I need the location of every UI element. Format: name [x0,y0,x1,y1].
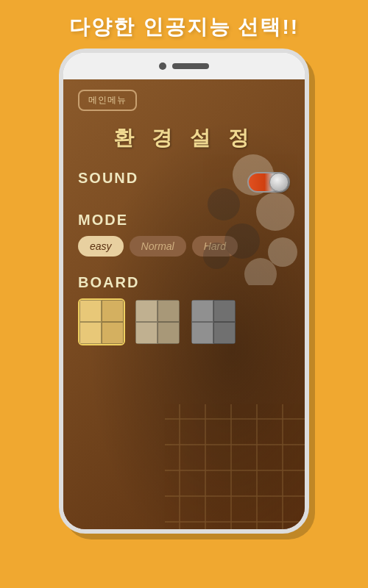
board-medium-option[interactable] [134,298,181,345]
board-warm-option[interactable] [78,298,125,345]
main-menu-button[interactable]: 메인메뉴 [78,90,137,111]
board-cell [102,322,124,344]
mode-section: MODE easy Normal Hard [78,212,290,257]
board-cell [135,322,158,344]
board-options-group [78,298,290,345]
camera-dot [159,62,166,70]
board-cell [213,300,236,322]
app-screen: 메인메뉴 환 경 설 정 SOUND MODE easy Normal Hard… [63,79,305,529]
board-cell [213,322,236,344]
top-banner-text: 다양한 인공지능 선택!! [0,0,368,49]
sound-section: SOUND [78,170,290,194]
mode-buttons-group: easy Normal Hard [78,236,290,257]
toggle-knob [269,173,289,192]
settings-title: 환 경 설 정 [78,124,290,152]
board-cell [79,322,102,344]
mode-label: MODE [78,212,290,229]
board-cell [158,322,180,344]
board-dark-option[interactable] [190,298,237,345]
board-deco [165,404,305,529]
board-cell [102,300,124,322]
board-cell [191,322,213,344]
board-cell [135,300,158,322]
mode-normal-button[interactable]: Normal [130,236,186,257]
speaker-bar [172,63,209,69]
phone-frame: 메인메뉴 환 경 설 정 SOUND MODE easy Normal Hard… [59,49,309,534]
board-section: BOARD [78,274,290,345]
sound-toggle[interactable] [247,172,290,193]
sound-label: SOUND [78,170,138,187]
board-cell [79,300,102,322]
phone-notch [63,53,305,79]
board-label: BOARD [78,274,290,291]
board-cell [158,300,180,322]
mode-hard-button[interactable]: Hard [192,236,238,257]
board-cell [191,300,213,322]
mode-easy-button[interactable]: easy [78,236,124,257]
